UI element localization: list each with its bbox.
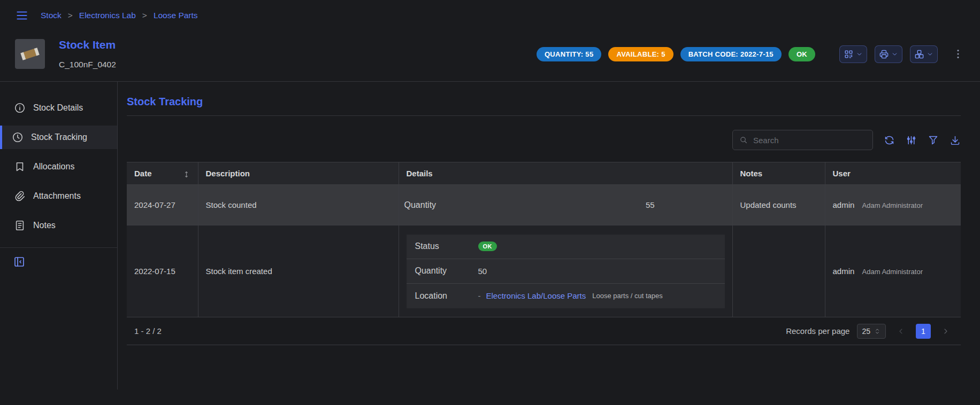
record-range: 1 - 2 / 2 (134, 326, 162, 336)
page-1-button[interactable]: 1 (916, 324, 931, 339)
column-header-date[interactable]: Date (127, 162, 198, 185)
sidebar-item-stock-tracking[interactable]: Stock Tracking (0, 126, 117, 149)
stock-item-name: C_100nF_0402 (59, 60, 116, 69)
user-cell: admin Adam Administrator (825, 185, 961, 225)
barcode-actions-button[interactable] (839, 45, 867, 63)
page-header: Stock Item C_100nF_0402 QUANTITY: 55 AVA… (0, 31, 980, 81)
info-icon (14, 102, 26, 114)
detail-label: Status (415, 242, 478, 251)
breadcrumb: Stock > Electronics Lab > Loose Parts (41, 11, 198, 20)
sidebar-item-attachments[interactable]: Attachments (0, 184, 117, 208)
table-row[interactable]: 2022-07-15 Stock item created Status OK … (127, 225, 961, 317)
date-cell: 2024-07-27 (127, 185, 198, 225)
detail-label: Quantity (404, 200, 569, 210)
more-options-icon[interactable] (952, 48, 964, 60)
table-settings-icon[interactable] (906, 135, 917, 146)
bookmark-icon (14, 161, 26, 173)
stock-actions-icon (914, 49, 924, 59)
notes-cell (732, 225, 825, 317)
sidebar-divider (0, 247, 117, 248)
table-row[interactable]: 2024-07-27 Stock counted Quantity 55 Upd… (127, 185, 961, 225)
filter-icon[interactable] (928, 135, 939, 146)
sidebar-item-label: Allocations (33, 162, 74, 172)
print-actions-button[interactable] (875, 45, 902, 63)
status-ok-badge: OK (478, 242, 497, 251)
column-header-notes[interactable]: Notes (732, 162, 825, 185)
sidebar-item-label: Stock Details (33, 103, 83, 113)
details-cell: Quantity 55 (399, 185, 732, 225)
breadcrumb-link-electronics-lab[interactable]: Electronics Lab (79, 11, 136, 20)
sidebar-item-notes[interactable]: Notes (0, 214, 117, 237)
detail-label: Location (415, 291, 478, 301)
download-icon[interactable] (950, 135, 961, 146)
details-cell: Status OK Quantity 50 Location - Electro… (399, 225, 732, 317)
location-description: Loose parts / cut tapes (592, 292, 663, 300)
status-badge: OK (788, 47, 815, 61)
notes-cell: Updated counts (732, 185, 825, 225)
refresh-icon[interactable] (884, 135, 895, 146)
available-badge: AVAILABLE: 5 (608, 47, 673, 61)
breadcrumb-link-stock[interactable]: Stock (41, 11, 62, 20)
next-page-button[interactable] (938, 324, 953, 339)
username: admin (833, 200, 855, 209)
username: admin (833, 267, 855, 276)
sidebar-item-allocations[interactable]: Allocations (0, 155, 117, 178)
records-per-page-label: Records per page (786, 326, 849, 336)
sidebar-item-stock-details[interactable]: Stock Details (0, 96, 117, 120)
user-fullname: Adam Administrator (862, 268, 923, 276)
table-footer: 1 - 2 / 2 Records per page 25 1 (127, 317, 961, 345)
search-input[interactable] (753, 136, 866, 145)
detail-row-status: Status OK (407, 235, 725, 259)
detail-value: 50 (478, 267, 487, 276)
chevron-down-icon (927, 51, 933, 58)
column-header-details[interactable]: Details (399, 162, 732, 185)
printer-icon (879, 49, 889, 59)
batch-code-badge: BATCH CODE: 2022-7-15 (680, 47, 782, 61)
detail-row-location: Location - Electronics Lab/Loose Parts L… (407, 284, 725, 308)
column-header-description[interactable]: Description (198, 162, 399, 185)
user-fullname: Adam Administrator (862, 201, 923, 209)
table-header-row: Date Description Details Notes User (127, 162, 961, 185)
stock-item-thumbnail[interactable] (15, 39, 45, 69)
page-size-value: 25 (862, 327, 870, 336)
barcode-icon (844, 49, 854, 59)
description-cell: Stock item created (198, 225, 399, 317)
selector-icon (874, 328, 881, 335)
sidebar-item-label: Attachments (33, 191, 81, 201)
location-link[interactable]: Electronics Lab/Loose Parts (486, 291, 586, 300)
breadcrumb-link-loose-parts[interactable]: Loose Parts (154, 11, 198, 20)
stock-actions-button[interactable] (910, 45, 938, 63)
top-bar: Stock > Electronics Lab > Loose Parts (0, 0, 980, 31)
note-icon (14, 220, 26, 231)
paperclip-icon (14, 190, 26, 202)
detail-row-quantity: Quantity 50 (407, 259, 725, 284)
collapse-sidebar-icon[interactable] (0, 255, 117, 268)
main-panel: Stock Tracking (118, 82, 980, 390)
breadcrumb-separator: > (68, 11, 73, 20)
quantity-badge: QUANTITY: 55 (537, 47, 601, 61)
chevron-down-icon (891, 51, 898, 58)
chevron-down-icon (856, 51, 863, 58)
sort-icon[interactable] (182, 170, 190, 178)
details-subtable: Status OK Quantity 50 Location - Electro… (407, 235, 725, 308)
location-dash: - (478, 291, 481, 300)
page-title: Stock Item (59, 38, 116, 51)
detail-label: Quantity (415, 266, 478, 276)
detail-value: 55 (568, 200, 732, 209)
page-size-select[interactable]: 25 (857, 324, 886, 339)
history-icon (12, 131, 24, 143)
column-header-user[interactable]: User (825, 162, 961, 185)
menu-icon[interactable] (15, 9, 29, 22)
table-toolbar (127, 130, 961, 150)
section-divider (127, 115, 961, 116)
search-box (732, 130, 873, 150)
search-icon (739, 136, 748, 145)
sidebar: Stock Details Stock Tracking Allocations… (0, 82, 118, 390)
sidebar-item-label: Notes (33, 221, 56, 230)
stock-tracking-table: Date Description Details Notes User 2024… (127, 162, 961, 317)
sidebar-item-label: Stock Tracking (31, 133, 87, 142)
header-actions (839, 45, 938, 63)
date-cell: 2022-07-15 (127, 225, 198, 317)
description-cell: Stock counted (198, 185, 399, 225)
prev-page-button[interactable] (893, 324, 908, 339)
